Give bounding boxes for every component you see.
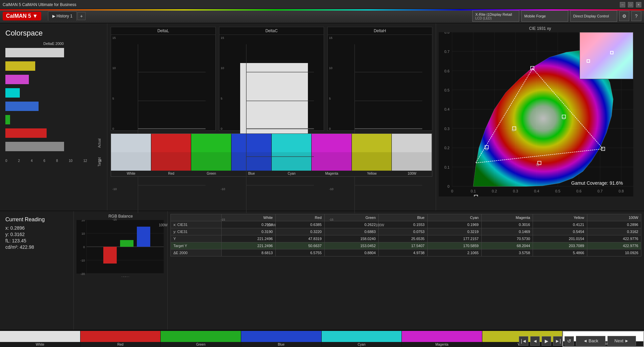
svg-text:0.8: 0.8 [444, 32, 449, 34]
table-cell: 0.3220 [276, 228, 325, 235]
bar-row [5, 87, 99, 99]
swatch-target [352, 152, 392, 171]
bar-fill [5, 88, 20, 98]
device2-dropdown[interactable]: Mobile Forge [521, 10, 568, 22]
table-cell: 6.5755 [276, 249, 325, 256]
table-cell: 0.4121 [533, 221, 587, 228]
table-cell: 0.6883 [324, 228, 378, 235]
bottom-swatch-name: Magenta [402, 342, 482, 347]
table-cell: 158.0240 [324, 235, 378, 242]
cie-chart-container: 0.8 0.7 0.6 0.5 0.4 0.3 0.2 0.1 0 0 0.1 … [439, 32, 633, 196]
table-cell: 0.3190 [221, 228, 275, 235]
bar-fill [5, 115, 10, 124]
bottom-swatch-color [322, 331, 402, 342]
bottom-swatch-magenta[interactable]: Magenta [402, 331, 482, 347]
bar-row [5, 114, 99, 125]
tab-history1[interactable]: ▶ History 1 [48, 11, 77, 21]
table-cell: 0.3016 [481, 221, 533, 228]
main-content: Colorspace DeltaE 2000 0 2 4 6 8 10 12 1… [0, 23, 644, 347]
device3-name: Direct Display Control [573, 14, 609, 18]
reading-y: y: 0.3162 [5, 232, 68, 237]
close-button[interactable]: ✕ [636, 2, 641, 7]
add-tab-button[interactable]: + [77, 12, 86, 20]
bar-fill [5, 48, 64, 57]
bottom-swatch-white[interactable]: White [0, 331, 80, 347]
table-cell: 8.6813 [221, 249, 275, 256]
cie-panel: CIE 1931 xy [436, 23, 644, 211]
table-row: Target Y221.249650.6637153.045217.540717… [171, 242, 641, 249]
bottom-swatch-blue[interactable]: Blue [241, 331, 322, 347]
deltaC-svg [225, 44, 319, 213]
device3-dropdown[interactable]: Direct Display Control [570, 10, 617, 22]
svg-text:0.5: 0.5 [555, 189, 560, 193]
device2-name: Mobile Forge [524, 14, 546, 18]
logo-dropdown-icon: ▼ [33, 13, 38, 19]
table-cell: 0.2896 [587, 221, 641, 228]
help-button[interactable]: ? [631, 11, 641, 21]
delta-charts: DeltaL 15 10 5 0 -5 -10 -15 [111, 27, 432, 131]
bottom-swatch-green[interactable]: Green [161, 331, 241, 347]
bottom-swatch-color [241, 331, 321, 342]
actual-row-label: Actual [98, 138, 101, 148]
table-cell: 0.1969 [427, 221, 481, 228]
deltaC-title: DeltaC [219, 27, 324, 35]
bottom-swatch-color [161, 331, 241, 342]
table-cell-label: Y [171, 235, 222, 242]
bottom-swatch-name: Blue [241, 342, 321, 347]
deltaH-svg [333, 44, 427, 213]
window-controls: ─ □ ✕ [620, 2, 641, 7]
bottom-swatch-red[interactable]: Red [80, 331, 161, 347]
nav-loop-button[interactable]: ↺ [565, 336, 574, 346]
table-cell: 17.5407 [379, 242, 428, 249]
nav-prev-button[interactable]: ◄ [530, 336, 540, 346]
maximize-button[interactable]: □ [628, 2, 633, 7]
th-magenta: Magenta [481, 214, 533, 221]
reading-x: x: 0.2896 [5, 225, 68, 231]
table-cell: 70.5730 [481, 235, 533, 242]
bar-chart [5, 47, 99, 158]
minimize-button[interactable]: ─ [620, 2, 625, 7]
bar-fill [5, 142, 64, 151]
right-controls: X-Rite i1Display Retail LCD (LED) Mobile… [472, 10, 641, 22]
nav-play-button[interactable]: ▶ [542, 336, 551, 346]
colorspace-title: Colorspace [5, 29, 102, 38]
device1-dropdown[interactable]: X-Rite i1Display Retail LCD (LED) [472, 10, 519, 22]
bar-fill [5, 102, 39, 111]
swatch-column[interactable]: Red [151, 134, 192, 176]
deltaL-x-label: 100W [111, 223, 215, 228]
svg-rect-82 [120, 240, 133, 247]
deltaC-chart: DeltaC 15 10 5 0 -5 -10 -15 [219, 27, 324, 131]
rgb-chart-svg: 20 10 0 -10 -20 100W [76, 220, 164, 277]
target-row-label: Target [98, 157, 101, 167]
svg-text:0.7: 0.7 [444, 50, 449, 54]
bottom-section: Current Reading x: 0.2896 y: 0.3162 fL: … [0, 211, 644, 330]
back-button[interactable]: ◄ Back [576, 336, 605, 346]
table-cell-label: ΔE 2000 [171, 249, 222, 256]
next-button[interactable]: Next ► [607, 336, 636, 346]
nav-controls: |◄ ◄ ▶ ►| ↺ ◄ Back Next ► [519, 336, 641, 346]
table-cell: 3.5758 [481, 249, 533, 256]
calman-logo[interactable]: CalMAN 5 ▼ [3, 12, 41, 20]
nav-first-button[interactable]: |◄ [519, 336, 528, 346]
table-cell: 422.9776 [587, 235, 641, 242]
bottom-swatch-cyan[interactable]: Cyan [322, 331, 402, 347]
swatch-label: Red [151, 171, 192, 176]
cie-swatch-preview [580, 32, 633, 79]
settings-button[interactable]: ⚙ [619, 11, 629, 21]
deltaH-x-label: 100W [328, 223, 432, 228]
svg-text:0.1: 0.1 [444, 165, 449, 169]
swatch-column[interactable]: White [111, 134, 151, 176]
bar-row [5, 74, 99, 85]
table-cell: 50.6637 [276, 242, 325, 249]
nav-next-button[interactable]: ►| [553, 336, 562, 346]
swatch-column[interactable]: Yellow [352, 134, 392, 176]
current-reading-panel: Current Reading x: 0.2896 y: 0.3162 fL: … [0, 211, 74, 330]
deltaH-body: 15 10 5 0 -5 -10 -15 [328, 35, 432, 223]
reading-fL: fL: 123.45 [5, 238, 68, 243]
table-cell: 203.7089 [533, 242, 587, 249]
svg-text:0.3: 0.3 [444, 127, 449, 131]
swatch-column[interactable]: 100W [392, 134, 432, 176]
table-row: y: CIE310.31900.32200.68830.07530.32190.… [171, 228, 641, 235]
next-label: Next ► [614, 338, 629, 343]
bottom-swatch-color [0, 331, 80, 342]
